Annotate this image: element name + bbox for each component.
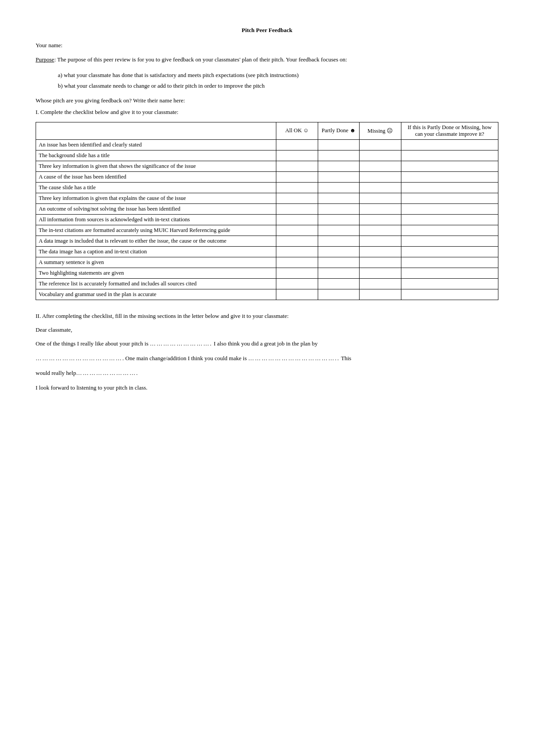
checklist-row-allok-9[interactable] — [276, 236, 318, 246]
letter-line2-mid: . One main change/addition I think you c… — [122, 355, 248, 362]
checklist-row-partly-9[interactable] — [318, 236, 360, 246]
checklist-row-improve-7[interactable] — [401, 214, 498, 225]
checklist-row-missing-1[interactable] — [360, 150, 401, 161]
checklist-row-partly-3[interactable] — [318, 171, 360, 182]
checklist-row-missing-7[interactable] — [360, 214, 401, 225]
checklist-row-improve-14[interactable] — [401, 289, 498, 300]
checklist-row-improve-13[interactable] — [401, 278, 498, 289]
bullet-item-b: what your classmate needs to change or a… — [58, 81, 498, 91]
whose-pitch: Whose pitch are you giving feedback on? … — [36, 97, 498, 104]
checklist-row-partly-4[interactable] — [318, 182, 360, 193]
letter-line2-end: This — [340, 355, 351, 362]
checklist-row-missing-12[interactable] — [360, 268, 401, 278]
checklist-row-missing-2[interactable] — [360, 161, 401, 171]
checklist-row-partly-14[interactable] — [318, 289, 360, 300]
checklist-row-partly-12[interactable] — [318, 268, 360, 278]
col-header-allok: All OK ☺ — [276, 122, 318, 139]
checklist-row-missing-13[interactable] — [360, 278, 401, 289]
checklist-row-improve-9[interactable] — [401, 236, 498, 246]
purpose-label: Purpose — [36, 56, 54, 63]
checklist-row-improve-8[interactable] — [401, 225, 498, 236]
checklist-row-partly-5[interactable] — [318, 193, 360, 203]
checklist-row-item-6: An outcome of solving/not solving the is… — [36, 203, 276, 214]
checklist-row-partly-1[interactable] — [318, 150, 360, 161]
checklist-row-allok-3[interactable] — [276, 171, 318, 182]
complete-checklist-instruction: I. Complete the checklist below and give… — [36, 109, 498, 116]
checklist-row-missing-4[interactable] — [360, 182, 401, 193]
your-name-label: Your name: — [36, 42, 498, 49]
checklist-row-item-2: Three key information is given that show… — [36, 161, 276, 171]
checklist-row-improve-4[interactable] — [401, 182, 498, 193]
checklist-row-missing-14[interactable] — [360, 289, 401, 300]
section-ii: II. After completing the checklist, fill… — [36, 311, 498, 393]
checklist-row-allok-4[interactable] — [276, 182, 318, 193]
checklist-row-improve-6[interactable] — [401, 203, 498, 214]
checklist-row-allok-6[interactable] — [276, 203, 318, 214]
checklist-row-improve-5[interactable] — [401, 193, 498, 203]
checklist-row-allok-11[interactable] — [276, 257, 318, 268]
checklist-row-allok-1[interactable] — [276, 150, 318, 161]
checklist-row-partly-11[interactable] — [318, 257, 360, 268]
checklist-row-allok-14[interactable] — [276, 289, 318, 300]
letter-line1-end: I also think you did a great job in the … — [212, 340, 318, 347]
checklist-row-improve-2[interactable] — [401, 161, 498, 171]
checklist-row-improve-0[interactable] — [401, 139, 498, 150]
letter-line3-start: would really help — [36, 370, 76, 376]
checklist-row-improve-1[interactable] — [401, 150, 498, 161]
checklist-row-partly-2[interactable] — [318, 161, 360, 171]
checklist-row-missing-0[interactable] — [360, 139, 401, 150]
checklist-row-missing-5[interactable] — [360, 193, 401, 203]
col-header-item — [36, 122, 276, 139]
checklist-row-allok-0[interactable] — [276, 139, 318, 150]
checklist-row-allok-12[interactable] — [276, 268, 318, 278]
checklist-row-partly-7[interactable] — [318, 214, 360, 225]
checklist-row-allok-13[interactable] — [276, 278, 318, 289]
bullet-item-a: what your classmate has done that is sat… — [58, 70, 498, 80]
checklist-row-item-11: A summary sentence is given — [36, 257, 276, 268]
letter-line-1: One of the things I really like about yo… — [36, 338, 498, 350]
checklist-row-improve-11[interactable] — [401, 257, 498, 268]
letter-line1-dots: ………………………. — [150, 340, 212, 347]
section-ii-intro: II. After completing the checklist, fill… — [36, 311, 498, 321]
checklist-row-partly-6[interactable] — [318, 203, 360, 214]
checklist-row-item-5: Three key information is given that expl… — [36, 193, 276, 203]
checklist-row-improve-3[interactable] — [401, 171, 498, 182]
letter-line3-dots: ……………………… — [76, 370, 136, 376]
checklist-row-allok-7[interactable] — [276, 214, 318, 225]
checklist-row-item-0: An issue has been identified and clearly… — [36, 139, 276, 150]
letter-line1-start: One of the things I really like about yo… — [36, 340, 150, 347]
checklist-row-allok-2[interactable] — [276, 161, 318, 171]
checklist-row-item-9: A data image is included that is relevan… — [36, 236, 276, 246]
checklist-row-allok-10[interactable] — [276, 246, 318, 257]
checklist-row-item-12: Two highlighting statements are given — [36, 268, 276, 278]
checklist-row-missing-9[interactable] — [360, 236, 401, 246]
checklist-row-item-13: The reference list is accurately formatt… — [36, 278, 276, 289]
page-title: Pitch Peer Feedback — [36, 27, 498, 34]
dear-classmate: Dear classmate, — [36, 325, 498, 335]
letter-closing: I look forward to listening to your pitc… — [36, 382, 498, 393]
checklist-row-item-4: The cause slide has a title — [36, 182, 276, 193]
checklist-row-allok-8[interactable] — [276, 225, 318, 236]
col-header-improve: If this is Partly Done or Missing, how c… — [401, 122, 498, 139]
checklist-row-item-8: The in-text citations are formatted accu… — [36, 225, 276, 236]
checklist-row-item-3: A cause of the issue has been identified — [36, 171, 276, 182]
checklist-row-partly-10[interactable] — [318, 246, 360, 257]
letter-line2-dots2: ………………………………….. — [248, 355, 340, 362]
checklist-row-improve-12[interactable] — [401, 268, 498, 278]
checklist-row-missing-6[interactable] — [360, 203, 401, 214]
col-header-missing: Missing ☹ — [360, 122, 401, 139]
checklist-row-missing-10[interactable] — [360, 246, 401, 257]
checklist-row-missing-11[interactable] — [360, 257, 401, 268]
letter-line3-end: . — [136, 370, 138, 376]
checklist-row-improve-10[interactable] — [401, 246, 498, 257]
letter-line-3: would really help………………………. — [36, 368, 498, 379]
checklist-row-item-10: The data image has a caption and in-text… — [36, 246, 276, 257]
checklist-row-partly-8[interactable] — [318, 225, 360, 236]
checklist-row-missing-3[interactable] — [360, 171, 401, 182]
purpose-section: Purpose: The purpose of this peer review… — [36, 55, 498, 64]
checklist-row-missing-8[interactable] — [360, 225, 401, 236]
checklist-row-allok-5[interactable] — [276, 193, 318, 203]
checklist-row-partly-13[interactable] — [318, 278, 360, 289]
checklist-row-item-14: Vocabulary and grammar used in the plan … — [36, 289, 276, 300]
checklist-row-partly-0[interactable] — [318, 139, 360, 150]
